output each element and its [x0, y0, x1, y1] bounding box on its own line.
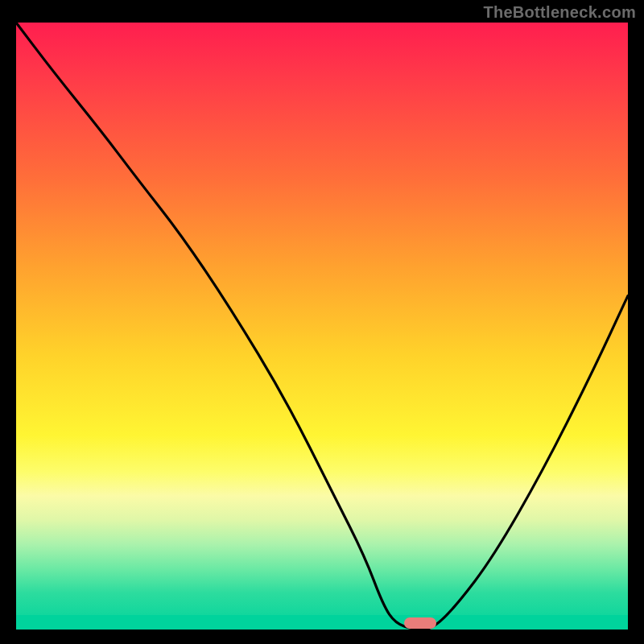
chart-container: TheBottleneck.com — [0, 0, 644, 644]
curve-path — [16, 23, 628, 630]
watermark-text: TheBottleneck.com — [483, 3, 636, 22]
bottleneck-curve — [16, 23, 628, 630]
plot-area — [16, 23, 628, 630]
optimal-marker — [404, 617, 436, 629]
